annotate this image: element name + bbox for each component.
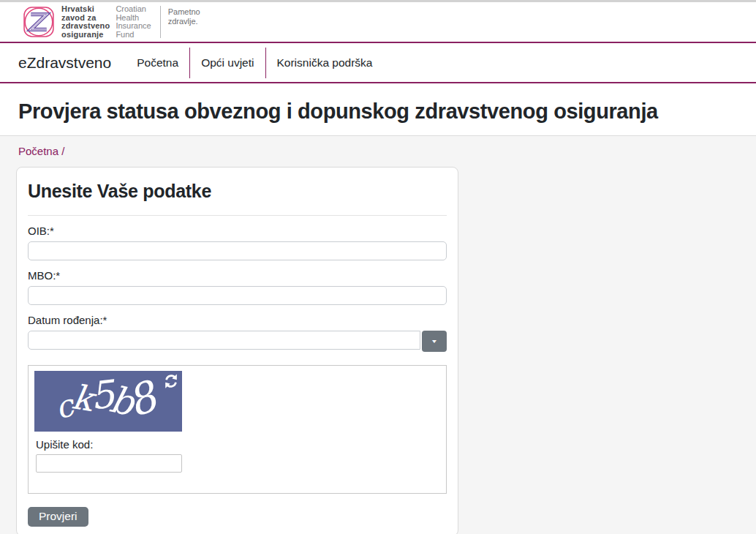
hzzo-logo-icon: [22, 5, 56, 39]
nav-item-opci-uvjeti[interactable]: Opći uvjeti: [190, 56, 265, 69]
brand-hr-line: osiguranje: [61, 31, 110, 40]
brand-en-line: Insurance: [116, 22, 151, 31]
page-title: Provjera statusa obveznog i dopunskog zd…: [18, 99, 738, 124]
caret-down-icon: ▼: [431, 339, 438, 344]
form-card: Unesite Vaše podatke OIB:* MBO:* Datum r…: [16, 167, 458, 534]
captcha-input-label: Upišite kod:: [36, 438, 440, 451]
card-divider: [28, 215, 447, 216]
nav-item-korisnicka-podrska[interactable]: Korisnička podrška: [266, 56, 384, 69]
content-area: Početna / Unesite Vaše podatke OIB:* MBO…: [0, 136, 756, 534]
mbo-label: MBO:*: [28, 269, 447, 282]
birth-date-group: ▼: [28, 331, 447, 352]
tagline-line: Pametno: [168, 7, 200, 17]
brand-en-line: Croatian: [116, 5, 151, 14]
form-heading: Unesite Vaše podatke: [28, 181, 447, 202]
oib-label: OIB:*: [28, 225, 447, 237]
brand-separator: [160, 6, 161, 38]
tagline-line: zdravlje.: [168, 17, 200, 26]
brand-hr-line: Hrvatski: [61, 5, 110, 14]
brand-bar: Hrvatski zavod za zdravstveno osiguranje…: [0, 2, 756, 42]
submit-button[interactable]: Provjeri: [28, 507, 88, 527]
page: Hrvatski zavod za zdravstveno osiguranje…: [0, 0, 756, 534]
birth-date-label: Datum rođenja:*: [28, 314, 447, 326]
brand-tagline: Pametno zdravlje.: [168, 7, 200, 26]
refresh-icon[interactable]: [163, 373, 179, 389]
captcha-text: ck5b8: [55, 377, 151, 416]
brand-name-croatian: Hrvatski zavod za zdravstveno osiguranje: [61, 5, 110, 39]
title-section: Provjera statusa obveznog i dopunskog zd…: [0, 83, 756, 136]
breadcrumb[interactable]: Početna /: [16, 145, 756, 157]
captcha-image: ck5b8: [34, 371, 182, 432]
nav-item-pocetna[interactable]: Početna: [126, 56, 189, 69]
oib-input[interactable]: [28, 241, 447, 260]
brand-name-english: Croatian Health Insurance Fund: [116, 5, 151, 39]
main-nav: eZdravstveno Početna Opći uvjeti Korisni…: [0, 43, 756, 82]
brand-hr-line: zdravstveno: [61, 22, 110, 31]
mbo-input[interactable]: [28, 286, 447, 305]
birth-date-input[interactable]: [28, 331, 420, 350]
captcha-box: ck5b8 Upišite kod:: [28, 365, 447, 494]
date-picker-button[interactable]: ▼: [422, 331, 447, 352]
captcha-input[interactable]: [36, 454, 182, 473]
nav-brand-ezdravstveno[interactable]: eZdravstveno: [18, 54, 111, 72]
nav-links: Početna Opći uvjeti Korisnička podrška: [126, 43, 383, 82]
brand-en-line: Fund: [116, 31, 151, 40]
